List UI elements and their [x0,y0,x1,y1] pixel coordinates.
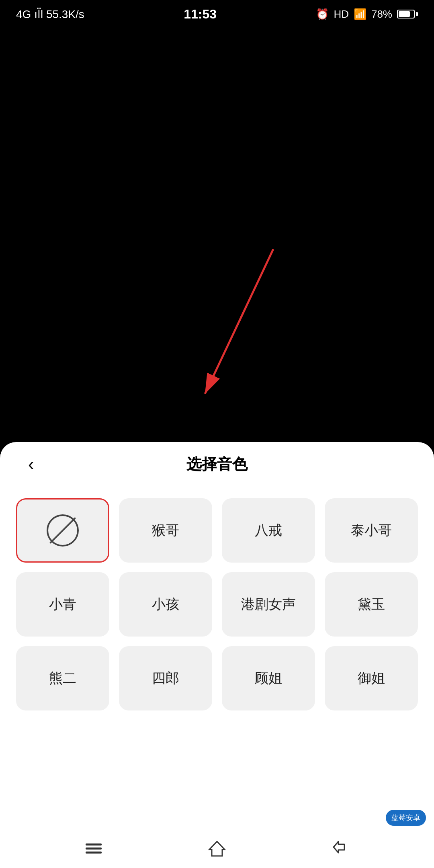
voice-item-silang[interactable]: 四郎 [119,646,212,710]
alarm-icon: ⏰ [316,8,329,20]
voice-item-bajie[interactable]: 八戒 [222,498,315,563]
status-right: ⏰ HD 📶 78% [316,8,418,20]
video-area [0,0,434,462]
status-time: 11:53 [184,7,217,22]
nav-bar [0,828,434,868]
svg-rect-3 [86,848,102,850]
battery-percent: 78% [371,8,392,20]
battery-icon [397,10,418,18]
voice-label-xiaoqing: 小青 [49,595,76,614]
status-bar: 4G ıl̈l 55.3K/s 11:53 ⏰ HD 📶 78% [0,0,434,28]
voice-label-silang: 四郎 [152,669,179,688]
voice-label-gangju: 港剧女声 [241,595,296,614]
nav-menu[interactable] [84,840,104,856]
voice-label-xiaohai: 小孩 [152,595,179,614]
status-left: 4G ıl̈l 55.3K/s [16,8,84,21]
svg-rect-2 [86,843,102,845]
voice-item-gujie[interactable]: 顾姐 [222,646,315,710]
signal-text: 4G ıl̈l 55.3K/s [16,8,84,21]
bottom-sheet: ‹ 选择音色 猴哥八戒泰小哥小青小孩港剧女声黛玉熊二四郎顾姐御姐 [0,442,434,868]
voice-item-monkey[interactable]: 猴哥 [119,498,212,563]
voice-item-taixiaoge[interactable]: 泰小哥 [325,498,418,563]
voice-item-xiaohai[interactable]: 小孩 [119,572,212,637]
voice-label-taixiaoge: 泰小哥 [351,521,392,540]
voice-item-none[interactable] [16,498,109,563]
voice-item-gangju[interactable]: 港剧女声 [222,572,315,637]
voice-item-xiong[interactable]: 熊二 [16,646,109,710]
no-voice-icon [47,514,79,547]
voice-label-bajie: 八戒 [255,521,282,540]
watermark: 蓝莓安卓 [386,810,426,826]
voice-label-yujie: 御姐 [358,669,385,688]
back-button[interactable]: ‹ [20,450,42,478]
nav-back[interactable] [330,838,350,858]
voice-label-monkey: 猴哥 [152,521,179,540]
voice-grid: 猴哥八戒泰小哥小青小孩港剧女声黛玉熊二四郎顾姐御姐 [16,486,418,723]
svg-rect-4 [86,852,102,854]
voice-label-daiyu: 黛玉 [358,595,385,614]
voice-label-gujie: 顾姐 [255,669,282,688]
voice-item-yujie[interactable]: 御姐 [325,646,418,710]
hd-label: HD [334,8,349,20]
nav-home[interactable] [207,838,227,858]
wifi-icon: 📶 [354,8,366,20]
watermark-text: 蓝莓安卓 [391,813,420,823]
sheet-title: 选择音色 [186,454,248,475]
voice-item-daiyu[interactable]: 黛玉 [325,572,418,637]
voice-label-xiong: 熊二 [49,669,76,688]
voice-item-xiaoqing[interactable]: 小青 [16,572,109,637]
sheet-header: ‹ 选择音色 [16,442,418,486]
